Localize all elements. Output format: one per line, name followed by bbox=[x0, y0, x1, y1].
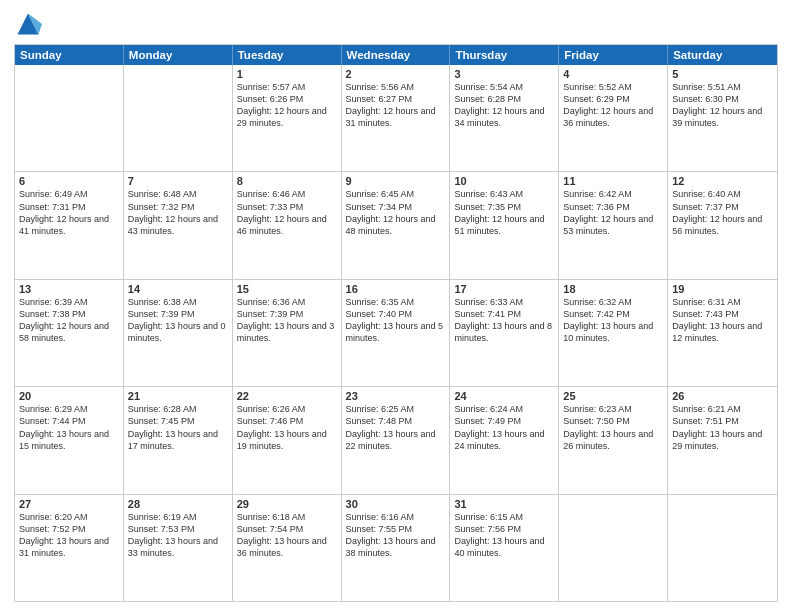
calendar-day-17: 17Sunrise: 6:33 AM Sunset: 7:41 PM Dayli… bbox=[450, 280, 559, 386]
day-number: 21 bbox=[128, 390, 228, 402]
calendar-day-9: 9Sunrise: 6:45 AM Sunset: 7:34 PM Daylig… bbox=[342, 172, 451, 278]
day-info: Sunrise: 6:16 AM Sunset: 7:55 PM Dayligh… bbox=[346, 511, 446, 560]
day-number: 27 bbox=[19, 498, 119, 510]
day-number: 9 bbox=[346, 175, 446, 187]
calendar-week-2: 6Sunrise: 6:49 AM Sunset: 7:31 PM Daylig… bbox=[15, 171, 777, 278]
header bbox=[14, 10, 778, 38]
day-number: 26 bbox=[672, 390, 773, 402]
day-info: Sunrise: 6:26 AM Sunset: 7:46 PM Dayligh… bbox=[237, 403, 337, 452]
day-number: 4 bbox=[563, 68, 663, 80]
day-number: 14 bbox=[128, 283, 228, 295]
day-info: Sunrise: 6:42 AM Sunset: 7:36 PM Dayligh… bbox=[563, 188, 663, 237]
day-number: 22 bbox=[237, 390, 337, 402]
day-number: 1 bbox=[237, 68, 337, 80]
day-number: 7 bbox=[128, 175, 228, 187]
calendar-day-7: 7Sunrise: 6:48 AM Sunset: 7:32 PM Daylig… bbox=[124, 172, 233, 278]
day-number: 20 bbox=[19, 390, 119, 402]
header-day-thursday: Thursday bbox=[450, 45, 559, 65]
header-day-saturday: Saturday bbox=[668, 45, 777, 65]
day-info: Sunrise: 6:46 AM Sunset: 7:33 PM Dayligh… bbox=[237, 188, 337, 237]
header-day-tuesday: Tuesday bbox=[233, 45, 342, 65]
day-number: 12 bbox=[672, 175, 773, 187]
day-number: 8 bbox=[237, 175, 337, 187]
day-info: Sunrise: 6:39 AM Sunset: 7:38 PM Dayligh… bbox=[19, 296, 119, 345]
day-info: Sunrise: 5:52 AM Sunset: 6:29 PM Dayligh… bbox=[563, 81, 663, 130]
day-info: Sunrise: 6:36 AM Sunset: 7:39 PM Dayligh… bbox=[237, 296, 337, 345]
day-number: 31 bbox=[454, 498, 554, 510]
day-info: Sunrise: 6:49 AM Sunset: 7:31 PM Dayligh… bbox=[19, 188, 119, 237]
calendar-day-11: 11Sunrise: 6:42 AM Sunset: 7:36 PM Dayli… bbox=[559, 172, 668, 278]
calendar-day-27: 27Sunrise: 6:20 AM Sunset: 7:52 PM Dayli… bbox=[15, 495, 124, 601]
day-number: 28 bbox=[128, 498, 228, 510]
logo-icon bbox=[14, 10, 42, 38]
day-info: Sunrise: 6:19 AM Sunset: 7:53 PM Dayligh… bbox=[128, 511, 228, 560]
day-info: Sunrise: 6:21 AM Sunset: 7:51 PM Dayligh… bbox=[672, 403, 773, 452]
calendar-week-5: 27Sunrise: 6:20 AM Sunset: 7:52 PM Dayli… bbox=[15, 494, 777, 601]
day-number: 25 bbox=[563, 390, 663, 402]
day-info: Sunrise: 5:56 AM Sunset: 6:27 PM Dayligh… bbox=[346, 81, 446, 130]
day-info: Sunrise: 6:28 AM Sunset: 7:45 PM Dayligh… bbox=[128, 403, 228, 452]
day-info: Sunrise: 6:32 AM Sunset: 7:42 PM Dayligh… bbox=[563, 296, 663, 345]
calendar-day-26: 26Sunrise: 6:21 AM Sunset: 7:51 PM Dayli… bbox=[668, 387, 777, 493]
day-info: Sunrise: 6:18 AM Sunset: 7:54 PM Dayligh… bbox=[237, 511, 337, 560]
day-info: Sunrise: 5:54 AM Sunset: 6:28 PM Dayligh… bbox=[454, 81, 554, 130]
calendar-day-25: 25Sunrise: 6:23 AM Sunset: 7:50 PM Dayli… bbox=[559, 387, 668, 493]
day-number: 11 bbox=[563, 175, 663, 187]
day-info: Sunrise: 6:35 AM Sunset: 7:40 PM Dayligh… bbox=[346, 296, 446, 345]
calendar-day-23: 23Sunrise: 6:25 AM Sunset: 7:48 PM Dayli… bbox=[342, 387, 451, 493]
calendar-header: SundayMondayTuesdayWednesdayThursdayFrid… bbox=[15, 45, 777, 65]
day-number: 10 bbox=[454, 175, 554, 187]
calendar-day-10: 10Sunrise: 6:43 AM Sunset: 7:35 PM Dayli… bbox=[450, 172, 559, 278]
calendar-day-30: 30Sunrise: 6:16 AM Sunset: 7:55 PM Dayli… bbox=[342, 495, 451, 601]
day-number: 3 bbox=[454, 68, 554, 80]
day-info: Sunrise: 5:51 AM Sunset: 6:30 PM Dayligh… bbox=[672, 81, 773, 130]
header-day-friday: Friday bbox=[559, 45, 668, 65]
calendar-day-21: 21Sunrise: 6:28 AM Sunset: 7:45 PM Dayli… bbox=[124, 387, 233, 493]
day-info: Sunrise: 6:48 AM Sunset: 7:32 PM Dayligh… bbox=[128, 188, 228, 237]
calendar-day-29: 29Sunrise: 6:18 AM Sunset: 7:54 PM Dayli… bbox=[233, 495, 342, 601]
calendar-day-18: 18Sunrise: 6:32 AM Sunset: 7:42 PM Dayli… bbox=[559, 280, 668, 386]
calendar-body: 1Sunrise: 5:57 AM Sunset: 6:26 PM Daylig… bbox=[15, 65, 777, 601]
day-info: Sunrise: 6:45 AM Sunset: 7:34 PM Dayligh… bbox=[346, 188, 446, 237]
calendar-day-5: 5Sunrise: 5:51 AM Sunset: 6:30 PM Daylig… bbox=[668, 65, 777, 171]
calendar: SundayMondayTuesdayWednesdayThursdayFrid… bbox=[14, 44, 778, 602]
calendar-day-13: 13Sunrise: 6:39 AM Sunset: 7:38 PM Dayli… bbox=[15, 280, 124, 386]
day-number: 24 bbox=[454, 390, 554, 402]
calendar-day-22: 22Sunrise: 6:26 AM Sunset: 7:46 PM Dayli… bbox=[233, 387, 342, 493]
day-info: Sunrise: 6:15 AM Sunset: 7:56 PM Dayligh… bbox=[454, 511, 554, 560]
day-info: Sunrise: 6:31 AM Sunset: 7:43 PM Dayligh… bbox=[672, 296, 773, 345]
day-info: Sunrise: 6:43 AM Sunset: 7:35 PM Dayligh… bbox=[454, 188, 554, 237]
day-number: 19 bbox=[672, 283, 773, 295]
logo bbox=[14, 10, 46, 38]
day-number: 5 bbox=[672, 68, 773, 80]
calendar-day-24: 24Sunrise: 6:24 AM Sunset: 7:49 PM Dayli… bbox=[450, 387, 559, 493]
day-info: Sunrise: 6:33 AM Sunset: 7:41 PM Dayligh… bbox=[454, 296, 554, 345]
calendar-day-19: 19Sunrise: 6:31 AM Sunset: 7:43 PM Dayli… bbox=[668, 280, 777, 386]
calendar-week-4: 20Sunrise: 6:29 AM Sunset: 7:44 PM Dayli… bbox=[15, 386, 777, 493]
calendar-day-28: 28Sunrise: 6:19 AM Sunset: 7:53 PM Dayli… bbox=[124, 495, 233, 601]
day-number: 29 bbox=[237, 498, 337, 510]
calendar-week-1: 1Sunrise: 5:57 AM Sunset: 6:26 PM Daylig… bbox=[15, 65, 777, 171]
day-info: Sunrise: 6:25 AM Sunset: 7:48 PM Dayligh… bbox=[346, 403, 446, 452]
header-day-wednesday: Wednesday bbox=[342, 45, 451, 65]
day-info: Sunrise: 6:24 AM Sunset: 7:49 PM Dayligh… bbox=[454, 403, 554, 452]
calendar-day-14: 14Sunrise: 6:38 AM Sunset: 7:39 PM Dayli… bbox=[124, 280, 233, 386]
day-info: Sunrise: 6:29 AM Sunset: 7:44 PM Dayligh… bbox=[19, 403, 119, 452]
header-day-sunday: Sunday bbox=[15, 45, 124, 65]
calendar-empty-cell bbox=[15, 65, 124, 171]
page: SundayMondayTuesdayWednesdayThursdayFrid… bbox=[0, 0, 792, 612]
day-number: 15 bbox=[237, 283, 337, 295]
calendar-day-4: 4Sunrise: 5:52 AM Sunset: 6:29 PM Daylig… bbox=[559, 65, 668, 171]
day-info: Sunrise: 6:20 AM Sunset: 7:52 PM Dayligh… bbox=[19, 511, 119, 560]
calendar-day-8: 8Sunrise: 6:46 AM Sunset: 7:33 PM Daylig… bbox=[233, 172, 342, 278]
day-info: Sunrise: 6:23 AM Sunset: 7:50 PM Dayligh… bbox=[563, 403, 663, 452]
day-number: 6 bbox=[19, 175, 119, 187]
calendar-day-16: 16Sunrise: 6:35 AM Sunset: 7:40 PM Dayli… bbox=[342, 280, 451, 386]
day-number: 30 bbox=[346, 498, 446, 510]
day-info: Sunrise: 5:57 AM Sunset: 6:26 PM Dayligh… bbox=[237, 81, 337, 130]
day-number: 23 bbox=[346, 390, 446, 402]
day-info: Sunrise: 6:38 AM Sunset: 7:39 PM Dayligh… bbox=[128, 296, 228, 345]
calendar-week-3: 13Sunrise: 6:39 AM Sunset: 7:38 PM Dayli… bbox=[15, 279, 777, 386]
calendar-day-2: 2Sunrise: 5:56 AM Sunset: 6:27 PM Daylig… bbox=[342, 65, 451, 171]
calendar-day-20: 20Sunrise: 6:29 AM Sunset: 7:44 PM Dayli… bbox=[15, 387, 124, 493]
